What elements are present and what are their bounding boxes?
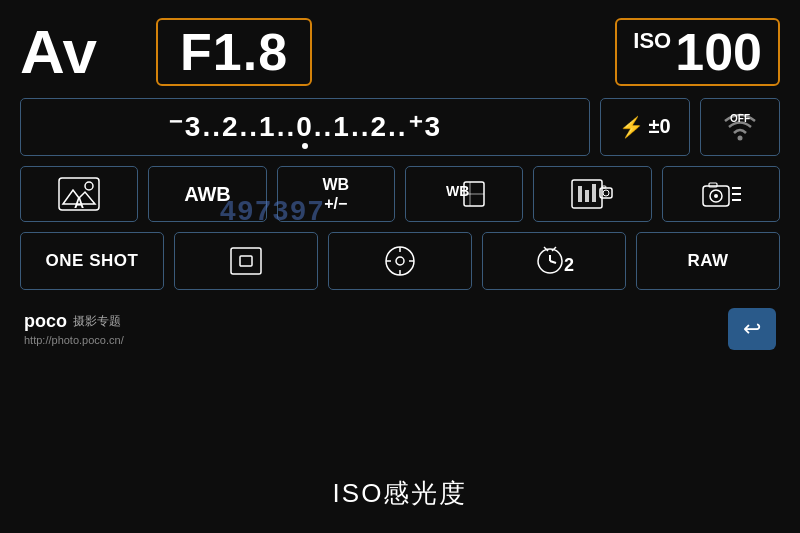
iso-text-label: ISO [633,26,671,52]
svg-text:OFF: OFF [730,113,750,124]
flash-comp-box[interactable]: ⚡ ±0 [600,98,690,156]
brand-url: http://photo.poco.cn/ [24,334,124,346]
camera-settings-icon [699,176,743,212]
aperture-box[interactable]: F1.8 [156,18,312,86]
iso-box[interactable]: ISO 100 [615,18,780,86]
wb-auto-text: AWB [184,182,231,206]
metering-box[interactable] [328,232,472,290]
wb-shift-box[interactable]: WB [405,166,523,222]
back-arrow-icon: ↩ [743,316,761,342]
brand-name: poco [24,311,67,332]
wifi-icon: OFF [721,107,759,143]
icons-row: A AWB WB+/− WB [20,166,780,222]
wb-shift-icon: WB [442,176,486,212]
wb-adj-box[interactable]: WB+/− [277,166,395,222]
exposure-marker [302,143,308,149]
camera-screen: Av F1.8 ISO 100 ⁻3..2..1..0..1..2..⁺3 ⚡ … [0,0,800,533]
svg-rect-11 [578,186,582,202]
quality-text: RAW [687,251,728,271]
svg-point-19 [714,194,718,198]
drive-mode-box[interactable]: 2 [482,232,626,290]
svg-point-15 [603,190,609,196]
af-mode-box[interactable]: ONE SHOT [20,232,164,290]
brand-logo: poco 摄影专题 http://photo.poco.cn/ [24,311,124,346]
svg-rect-25 [240,256,252,266]
svg-point-4 [85,182,93,190]
wifi-status: OFF [721,107,759,147]
drive-mode-icon: 2 [534,243,574,279]
quality-box[interactable]: RAW [636,232,780,290]
wifi-box[interactable]: OFF [700,98,780,156]
wb-auto-box[interactable]: AWB [148,166,266,222]
exposure-row: ⁻3..2..1..0..1..2..⁺3 ⚡ ±0 OFF [20,98,780,156]
camera-settings-box[interactable] [662,166,780,222]
metering-icon [382,243,418,279]
svg-line-34 [550,261,556,263]
svg-rect-13 [592,184,596,202]
mode-label: Av [20,21,140,83]
svg-rect-12 [585,190,589,202]
wb-adj-text: WB+/− [322,175,349,213]
picture-style-box[interactable] [533,166,651,222]
iso-value: 100 [675,26,762,78]
scene-icon: A [57,176,101,212]
iso-footer-label: ISO感光度 [333,476,468,511]
af-point-box[interactable] [174,232,318,290]
exposure-scale-box[interactable]: ⁻3..2..1..0..1..2..⁺3 [20,98,590,156]
svg-point-27 [396,257,404,265]
svg-text:A: A [74,195,84,211]
svg-rect-24 [231,248,261,274]
exposure-scale-text: ⁻3..2..1..0..1..2..⁺3 [168,110,442,143]
flash-icon: ⚡ [619,115,644,139]
picture-style-icon [570,176,614,212]
af-mode-text: ONE SHOT [46,251,139,271]
footer: poco 摄影专题 http://photo.poco.cn/ ISO感光度 ↩ [20,304,780,350]
af-point-icon [228,245,264,277]
svg-text:WB: WB [446,183,469,199]
bottom-row: ONE SHOT [20,232,780,290]
svg-text:2: 2 [564,255,574,275]
flash-value: ±0 [648,115,670,138]
brand-subtitle: 摄影专题 [73,313,121,330]
back-button[interactable]: ↩ [728,308,776,350]
scene-mode-box[interactable]: A [20,166,138,222]
svg-point-0 [738,136,743,141]
top-row: Av F1.8 ISO 100 [20,18,780,86]
